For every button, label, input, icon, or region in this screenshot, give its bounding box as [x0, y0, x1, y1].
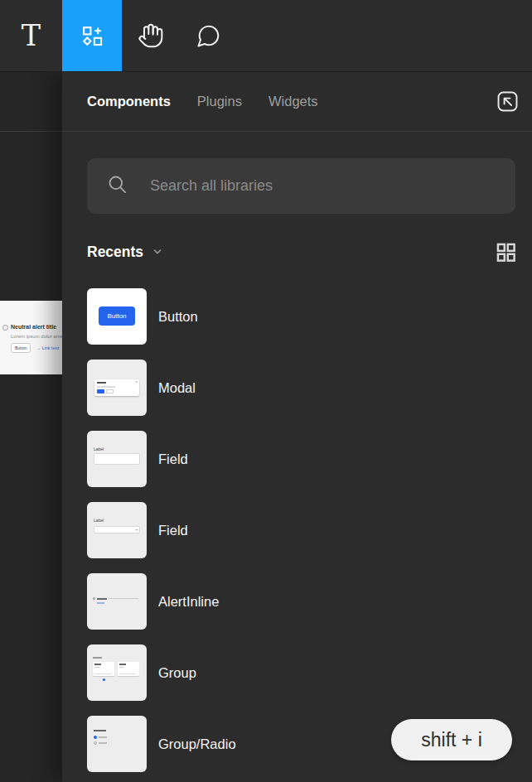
mini-radio-selected — [94, 736, 107, 739]
panel-tabs: Components Plugins Widgets — [87, 94, 318, 109]
alert-link: → Link text — [36, 345, 59, 350]
canvas-strip: Neutral alert title Lorem ipsum dolor am… — [0, 72, 62, 782]
alert-body: Lorem ipsum dolor amet consec — [11, 334, 62, 339]
list-item-group[interactable]: Group — [87, 644, 532, 701]
list-item-label: Group — [158, 665, 196, 681]
recents-header: Recents — [87, 239, 517, 265]
shortcut-hint-pill: shift + i — [391, 719, 512, 760]
alert-inline-thumbnail[interactable] — [87, 573, 147, 630]
tab-widgets[interactable]: Widgets — [268, 94, 318, 109]
field-thumbnail[interactable]: Label — [87, 431, 147, 487]
components-panel: Components Plugins Widgets — [62, 72, 532, 782]
alert-title: Neutral alert title — [11, 324, 56, 330]
mini-group-card — [118, 662, 139, 676]
list-item-label: AlertInline — [158, 594, 219, 610]
search-input[interactable] — [150, 177, 515, 195]
modal-thumbnail[interactable] — [87, 360, 147, 416]
search-bar[interactable] — [87, 158, 515, 214]
mini-modal-preview — [94, 379, 139, 396]
mini-radio-unselected — [94, 741, 107, 745]
comment-tool-button[interactable] — [180, 0, 238, 71]
tab-plugins[interactable]: Plugins — [197, 94, 242, 109]
alert-button: Button — [11, 343, 31, 353]
canvas-alert-card[interactable]: Neutral alert title Lorem ipsum dolor am… — [0, 301, 62, 374]
arrow-up-left-box-icon — [495, 89, 520, 114]
list-item-label: Modal — [158, 380, 196, 396]
hand-tool-button[interactable] — [122, 0, 180, 71]
list-item-label: Group/Radio — [158, 736, 236, 752]
mini-field-label: Label — [94, 447, 104, 451]
canvas-frame-edge — [0, 131, 62, 132]
figma-mobile-insert-screen: T — [0, 0, 532, 782]
alert-actions: Button → Link text — [11, 343, 59, 353]
recents-title: Recents — [87, 244, 143, 261]
components-tool-button[interactable] — [62, 0, 122, 71]
chevron-down-icon[interactable] — [152, 246, 163, 258]
search-icon — [106, 173, 128, 199]
list-item-field-2[interactable]: Label ▾ Field — [87, 502, 532, 558]
recents-list: Button Button Modal Label Field — [87, 288, 532, 782]
list-item-button[interactable]: Button Button — [87, 288, 532, 345]
list-item-modal[interactable]: Modal — [87, 360, 532, 416]
text-tool-button[interactable]: T — [0, 0, 62, 71]
button-thumbnail[interactable]: Button — [87, 288, 147, 345]
text-tool-icon: T — [22, 22, 41, 51]
radio-group-thumbnail[interactable] — [87, 716, 147, 772]
collapse-panel-button[interactable] — [492, 87, 522, 117]
mini-alert-preview — [93, 597, 138, 600]
components-icon — [80, 23, 105, 49]
grid-view-icon[interactable] — [495, 241, 517, 263]
select-field-thumbnail[interactable]: Label ▾ — [87, 502, 147, 558]
panel-tabs-row: Components Plugins Widgets — [62, 72, 532, 132]
list-item-label: Field — [158, 523, 188, 538]
hand-icon — [138, 22, 164, 49]
list-item-field[interactable]: Label Field — [87, 431, 532, 487]
list-item-label: Button — [158, 309, 198, 325]
toolbar: T — [0, 0, 532, 72]
mini-select-input: ▾ — [94, 526, 140, 533]
list-item-label: Field — [158, 451, 188, 467]
mini-field-input — [94, 453, 140, 465]
list-item-alertinline[interactable]: AlertInline — [87, 573, 532, 630]
mini-button-preview: Button — [99, 307, 135, 326]
tab-components[interactable]: Components — [87, 94, 171, 109]
alert-info-icon — [2, 325, 8, 331]
mini-field-label: Label — [94, 518, 104, 523]
mini-group-card — [93, 662, 114, 676]
group-thumbnail[interactable] — [87, 644, 147, 701]
comment-bubble-icon — [196, 23, 221, 48]
